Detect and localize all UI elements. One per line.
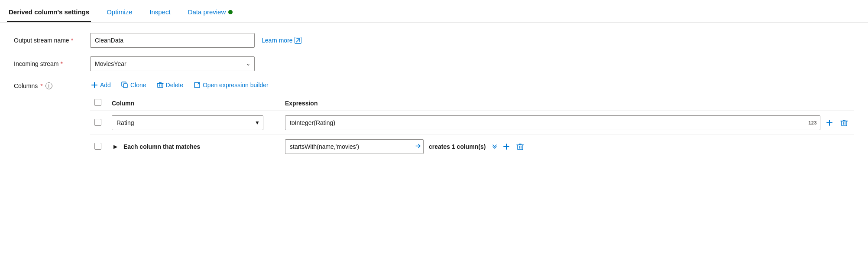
row1-expr-badge: 123 bbox=[808, 120, 817, 125]
matches-table-row: ▶ Each column that matches bbox=[90, 135, 854, 159]
matches-expression-input[interactable] bbox=[285, 139, 424, 154]
header-column: Column bbox=[107, 95, 281, 111]
columns-required: * bbox=[40, 82, 42, 89]
incoming-stream-select-wrapper: MoviesYear ⌄ bbox=[90, 56, 255, 71]
svg-rect-2 bbox=[123, 84, 127, 88]
row1-column-select[interactable]: Rating bbox=[112, 115, 263, 130]
output-stream-input[interactable] bbox=[90, 33, 255, 48]
columns-toolbar: Add Clone Delete bbox=[90, 80, 854, 90]
tab-settings[interactable]: Derived column's settings bbox=[7, 3, 91, 22]
creates-label: creates 1 column(s) bbox=[429, 143, 486, 150]
header-checkbox-cell bbox=[90, 95, 107, 111]
columns-info-icon[interactable]: i bbox=[45, 82, 52, 89]
incoming-stream-row: Incoming stream * MoviesYear ⌄ bbox=[14, 56, 854, 71]
matches-checkbox[interactable] bbox=[94, 143, 101, 150]
matches-label: Each column that matches bbox=[123, 143, 200, 150]
delete-button[interactable]: Delete bbox=[156, 80, 184, 90]
svg-rect-14 bbox=[518, 145, 523, 150]
columns-section: Columns * i Add Clon bbox=[14, 80, 854, 158]
settings-content: Output stream name * Learn more Incoming… bbox=[0, 23, 868, 169]
tab-optimize[interactable]: Optimize bbox=[105, 3, 134, 22]
matches-expr-row: creates 1 column(s) bbox=[285, 139, 850, 154]
row1-delete-button[interactable] bbox=[839, 117, 850, 128]
matches-arrow-button[interactable] bbox=[415, 143, 421, 151]
tab-bar: Derived column's settings Optimize Inspe… bbox=[0, 0, 868, 23]
columns-label: Columns * i bbox=[14, 80, 83, 89]
incoming-stream-label: Incoming stream * bbox=[14, 60, 83, 67]
columns-content: Add Clone Delete bbox=[90, 80, 854, 158]
row1-expression-input[interactable] bbox=[285, 115, 820, 130]
header-expression: Expression bbox=[281, 95, 854, 111]
clone-button[interactable]: Clone bbox=[120, 80, 147, 90]
row1-expr-input-wrapper: 123 bbox=[285, 115, 820, 130]
incoming-stream-required: * bbox=[60, 60, 62, 67]
table-header: Column Expression bbox=[90, 95, 854, 111]
incoming-stream-select[interactable]: MoviesYear bbox=[90, 56, 255, 71]
open-expression-builder-button[interactable]: Open expression builder bbox=[193, 80, 269, 90]
external-link-icon bbox=[295, 37, 301, 44]
header-checkbox[interactable] bbox=[94, 99, 101, 106]
matches-checkbox-cell bbox=[90, 135, 107, 159]
row1-column-cell: Rating ▼ bbox=[107, 111, 281, 135]
matches-expand-more-button[interactable] bbox=[491, 142, 498, 151]
svg-rect-3 bbox=[158, 83, 163, 88]
matches-input-wrapper bbox=[285, 139, 424, 154]
row1-add-button[interactable] bbox=[824, 117, 835, 128]
row1-expression-cell: 123 bbox=[281, 111, 854, 135]
add-button[interactable]: Add bbox=[90, 80, 112, 90]
matches-delete-button[interactable] bbox=[515, 141, 526, 152]
matches-expand-button[interactable]: ▶ bbox=[112, 143, 119, 151]
output-stream-label: Output stream name * bbox=[14, 37, 83, 44]
row1-checkbox[interactable] bbox=[94, 119, 101, 126]
row1-column-select-wrapper: Rating ▼ bbox=[112, 115, 263, 130]
tab-data-preview[interactable]: Data preview bbox=[186, 3, 235, 22]
row1-actions bbox=[824, 117, 850, 128]
output-stream-row: Output stream name * Learn more bbox=[14, 33, 854, 48]
columns-table: Column Expression bbox=[90, 95, 854, 158]
table-row: Rating ▼ 123 bbox=[90, 111, 854, 135]
matches-column-cell: ▶ Each column that matches bbox=[107, 135, 281, 159]
row1-expr-cell: 123 bbox=[285, 115, 850, 130]
matches-actions bbox=[491, 141, 526, 152]
matches-add-button[interactable] bbox=[501, 141, 512, 152]
tab-inspect[interactable]: Inspect bbox=[148, 3, 172, 22]
matches-expression-cell: creates 1 column(s) bbox=[281, 135, 854, 159]
data-preview-indicator bbox=[228, 10, 233, 14]
svg-rect-9 bbox=[842, 121, 847, 126]
learn-more-link[interactable]: Learn more bbox=[262, 37, 301, 44]
row1-checkbox-cell bbox=[90, 111, 107, 135]
matches-content: ▶ Each column that matches bbox=[112, 143, 276, 151]
output-stream-required: * bbox=[71, 37, 73, 44]
